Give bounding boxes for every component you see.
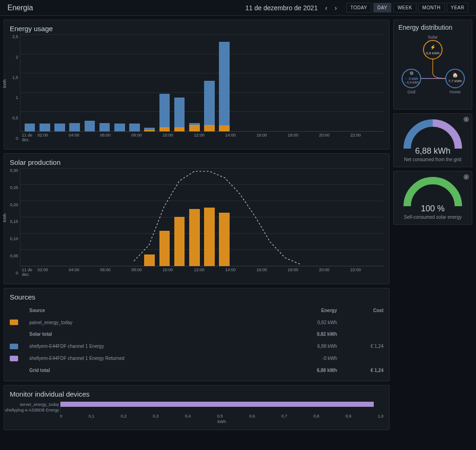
svg-text:⚡: ⚡ [430,44,436,50]
devices-track[interactable] [60,402,383,413]
net-consumed-value: 6,88 kWh [415,146,450,156]
svg-text:⚙: ⚙ [410,71,414,76]
source-swatch [10,344,18,349]
source-swatch [10,320,18,325]
sources-card: Sources Source Energy Cost painel_energy… [4,288,390,381]
devices-title: Monitor individual devices [10,390,383,398]
top-bar: Energia 11 de dezembro de 2021 ‹ › TODAY… [0,0,476,16]
solar-title: Solar production [10,158,383,166]
page-title: Energia [7,4,33,12]
sources-header-row: Source Energy Cost [4,305,389,316]
self-consumed-label: Self-consumed solar energy [404,215,462,220]
devices-y-labels: server_energy_today shellyplug-s-A32BDB … [4,402,59,413]
table-row[interactable]: shellyem-E44FDF channel 1 Energy6,88 kWh… [4,340,389,352]
prev-day-button[interactable]: ‹ [323,4,329,12]
source-swatch [10,356,18,361]
distribution-card: Energy distribution ⚡ 0,8 kWh Solar ⚙ ← … [393,20,472,110]
period-week-button[interactable]: WEEK [393,3,416,13]
distribution-diagram[interactable]: ⚡ 0,8 kWh Solar ⚙ ← 0 kWh →6,9 kWh Grid … [396,35,470,104]
solar-production-card: Solar production kWh 00,050,100,150,200,… [4,153,390,284]
svg-text:0,8 kWh: 0,8 kWh [426,51,439,55]
devices-xlabel: kWh [60,419,383,424]
period-group: TODAY DAY WEEK MONTH YEAR [346,3,469,13]
solar-y-ticks: 00,050,100,150,200,250,30 [4,168,18,275]
net-consumed-gauge [398,114,468,151]
self-consumed-value: 100 % [421,204,444,214]
period-year-button[interactable]: YEAR [447,3,469,13]
svg-text:7,7 kWh: 7,7 kWh [448,79,462,83]
table-row[interactable]: painel_energy_today0,82 kWh [4,316,389,328]
self-consumed-gauge [398,171,468,209]
devices-x-ticks: 00,10,20,30,40,50,60,70,80,91,0 [60,414,383,418]
sources-table: Source Energy Cost painel_energy_today0,… [4,305,389,376]
devices-card: Monitor individual devices server_energy… [4,385,390,430]
current-date: 11 de dezembro de 2021 [245,4,318,12]
date-controls: 11 de dezembro de 2021 ‹ › TODAY DAY WEE… [245,3,469,13]
svg-text:Grid: Grid [407,90,415,94]
energy-usage-bars[interactable] [20,34,383,131]
self-consumed-card: i 100 % Self-consumed solar energy [393,171,472,225]
info-icon[interactable]: i [463,117,469,122]
next-day-button[interactable]: › [333,4,339,12]
col-cost: Cost [343,305,389,316]
net-consumed-card: i 6,88 kWh Net consumed from the grid [393,113,472,167]
table-row[interactable]: shellyem-E44FDF channel 1 Energy Returne… [4,352,389,365]
info-icon[interactable]: i [463,174,469,180]
svg-text:→6,9 kWh: →6,9 kWh [404,81,419,84]
col-energy: Energy [270,305,343,316]
energy-usage-x-ticks: 11 de dez.02:0004:0006:0008:0010:0012:00… [20,132,383,142]
table-row[interactable]: Solar total0,82 kWh [4,328,389,340]
solar-x-ticks: 11 de dez.02:0004:0006:0008:0010:0012:00… [20,267,383,277]
sources-title: Sources [10,293,383,301]
device-bar-0 [60,402,374,407]
energy-usage-y-ticks: 00,511,522,5 [4,34,18,141]
svg-text:Home: Home [450,90,461,94]
svg-text:← 0 kWh: ← 0 kWh [405,77,418,80]
energy-usage-card: Energy usage kWh 00,511,522,5 11 de dez.… [4,20,390,150]
home-node[interactable] [446,69,464,88]
energy-usage-title: Energy usage [10,25,383,33]
net-consumed-label: Net consumed from the grid [404,157,461,162]
table-row[interactable]: Grid total6,88 kWh€ 1,24 [4,365,389,376]
solar-bars[interactable] [20,168,383,266]
svg-text:🏠: 🏠 [452,72,458,78]
svg-text:Solar: Solar [428,35,437,39]
col-source: Source [24,305,270,316]
distribution-title: Energy distribution [398,24,467,31]
period-day-button[interactable]: DAY [373,3,391,13]
today-button[interactable]: TODAY [346,3,371,13]
period-month-button[interactable]: MONTH [418,3,445,13]
solar-node[interactable] [423,40,442,59]
